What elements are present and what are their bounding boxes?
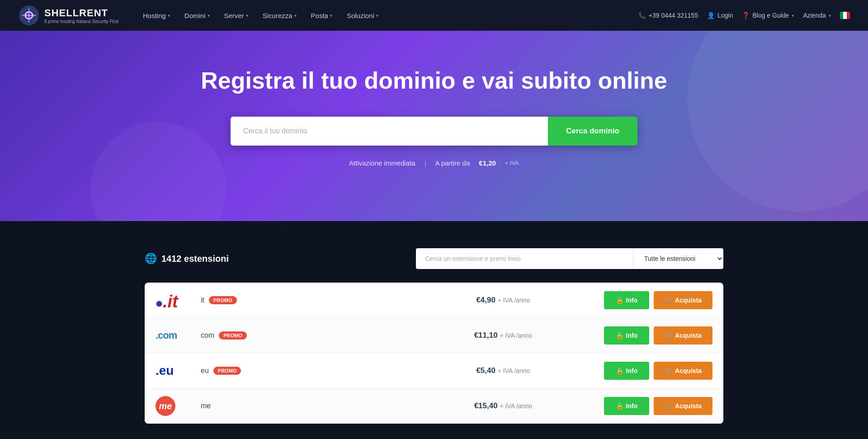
chevron-down-icon: ▾	[829, 13, 831, 18]
domain-name-eu: eu Promo	[192, 367, 402, 375]
logo-subtitle: Il primo hosting Italiano Security First	[44, 19, 118, 24]
extension-filter-select[interactable]: Tutte le estensioniNazionaliInternaziona…	[633, 248, 723, 269]
cart-icon: 🛒	[665, 402, 672, 410]
blog-link[interactable]: ❓ Blog e Guide ▾	[742, 12, 794, 19]
info-icon: 🔒	[616, 367, 623, 374]
globe-icon: 🌐	[145, 253, 157, 264]
table-row: .eu eu Promo €5,40 + IVA /anno 🔒 Info 🛒 …	[145, 353, 723, 388]
italy-flag-icon	[840, 12, 850, 19]
domain-table: .it it Promo €4,90 + IVA /anno 🔒 Info 🛒	[145, 283, 723, 424]
nav-item-sicurezza[interactable]: Sicurezza ▾	[256, 8, 303, 23]
phone-icon: 📞	[638, 12, 646, 19]
svg-text:.it: .it	[163, 292, 179, 310]
domain-name-me: me	[192, 402, 402, 410]
question-icon: ❓	[742, 12, 750, 19]
domain-actions-eu: 🔒 Info 🛒 Acquista	[604, 362, 712, 380]
domain-actions-me: 🔒 Info 🛒 Acquista	[604, 397, 712, 415]
count-label: 1412 estensioni	[161, 254, 229, 264]
user-icon: 👤	[707, 12, 715, 19]
buy-button-eu[interactable]: 🛒 Acquista	[654, 362, 712, 380]
activation-text: Attivazione immediata	[349, 159, 415, 167]
promo-badge: Promo	[213, 367, 241, 375]
cart-icon: 🛒	[665, 332, 672, 339]
tld-label: it	[201, 296, 204, 304]
divider: |	[425, 159, 426, 167]
domain-logo-me: me	[156, 396, 192, 416]
buy-button-it[interactable]: 🛒 Acquista	[654, 291, 712, 309]
extensions-count: 🌐 1412 estensioni	[145, 253, 229, 264]
domain-actions-com: 🔒 Info 🛒 Acquista	[604, 326, 712, 345]
table-row: .it it Promo €4,90 + IVA /anno 🔒 Info 🛒	[145, 283, 723, 318]
info-button-com[interactable]: 🔒 Info	[604, 326, 649, 345]
table-row: .com com Promo €11,10 + IVA /anno 🔒 Info…	[145, 318, 723, 353]
nav-item-domini[interactable]: Domini ▾	[178, 8, 216, 23]
domain-name-com: com Promo	[192, 331, 402, 340]
promo-badge: Promo	[219, 331, 247, 340]
domain-section: 🌐 1412 estensioni Tutte le estensioniNaz…	[0, 221, 868, 439]
hero-subtext: Attivazione immediata | A partire da €1,…	[349, 159, 519, 167]
domain-price-com: €11,10 + IVA /anno	[402, 331, 604, 340]
azienda-link[interactable]: Azienda ▾	[803, 12, 831, 19]
domain-search-bar: Cerca dominio	[231, 117, 637, 146]
domain-price-it: €4,90 + IVA /anno	[402, 296, 604, 305]
phone-link[interactable]: 📞 +39 0444 321155	[638, 12, 698, 19]
section-header: 🌐 1412 estensioni Tutte le estensioniNaz…	[145, 248, 723, 269]
price-iva: + IVA	[505, 160, 519, 166]
domain-name-it: it Promo	[192, 296, 402, 304]
nav-links: Hosting ▾ Domini ▾ Server ▾ Sicurezza ▾ …	[137, 8, 638, 23]
table-row: me me €15,40 + IVA /anno 🔒 Info 🛒 Acquis…	[145, 388, 723, 424]
buy-button-com[interactable]: 🛒 Acquista	[654, 326, 712, 345]
domain-logo-com: .com	[156, 326, 192, 345]
chevron-down-icon: ▾	[376, 13, 378, 18]
domain-actions-it: 🔒 Info 🛒 Acquista	[604, 291, 712, 309]
domain-logo-it: .it	[156, 290, 192, 310]
tld-label: eu	[201, 367, 209, 375]
cart-icon: 🛒	[665, 297, 672, 304]
logo[interactable]: SHELLRENT Il primo hosting Italiano Secu…	[18, 5, 118, 26]
chevron-down-icon: ▾	[168, 13, 170, 18]
hero-title: Registra il tuo dominio e vai subito onl…	[201, 67, 667, 94]
nav-item-posta[interactable]: Posta ▾	[305, 8, 339, 23]
tld-label: me	[201, 402, 211, 410]
price-from-text: A partire da	[435, 159, 470, 167]
language-selector[interactable]	[840, 12, 850, 19]
domain-price-eu: €5,40 + IVA /anno	[402, 366, 604, 375]
chevron-down-icon: ▾	[208, 13, 210, 18]
domain-logo-eu: .eu	[156, 361, 192, 381]
chevron-down-icon: ▾	[294, 13, 297, 18]
buy-button-me[interactable]: 🛒 Acquista	[654, 397, 712, 415]
cart-icon: 🛒	[665, 367, 672, 374]
hero-section: Registra il tuo dominio e vai subito onl…	[0, 31, 868, 221]
navbar: SHELLRENT Il primo hosting Italiano Secu…	[0, 0, 868, 31]
info-button-eu[interactable]: 🔒 Info	[604, 362, 649, 380]
tld-label: com	[201, 331, 214, 340]
chevron-down-icon: ▾	[792, 13, 794, 18]
login-link[interactable]: 👤 Login	[707, 12, 733, 19]
info-icon: 🔒	[616, 402, 623, 410]
svg-point-4	[156, 301, 162, 307]
chevron-down-icon: ▾	[330, 13, 332, 18]
chevron-down-icon: ▾	[246, 13, 248, 18]
nav-item-soluzioni[interactable]: Soluzioni ▾	[340, 8, 385, 23]
domain-price-me: €15,40 + IVA /anno	[402, 401, 604, 411]
promo-badge: Promo	[209, 296, 237, 304]
search-domain-button[interactable]: Cerca dominio	[548, 117, 637, 146]
domain-search-input[interactable]	[231, 117, 548, 146]
info-icon: 🔒	[616, 297, 623, 304]
nav-item-hosting[interactable]: Hosting ▾	[137, 8, 176, 23]
info-button-it[interactable]: 🔒 Info	[604, 291, 649, 309]
extension-search-input[interactable]	[416, 248, 633, 269]
info-icon: 🔒	[616, 332, 623, 339]
info-button-me[interactable]: 🔒 Info	[604, 397, 649, 415]
price-value: €1,20	[479, 159, 496, 167]
filter-bar: Tutte le estensioniNazionaliInternaziona…	[416, 248, 723, 269]
logo-title: SHELLRENT	[44, 7, 118, 19]
nav-item-server[interactable]: Server ▾	[218, 8, 255, 23]
nav-right: 📞 +39 0444 321155 👤 Login ❓ Blog e Guide…	[638, 12, 850, 19]
